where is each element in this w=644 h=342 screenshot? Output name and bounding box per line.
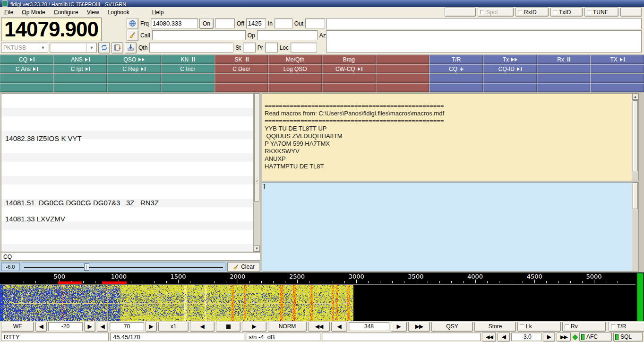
rst-in-field[interactable] bbox=[275, 18, 292, 28]
macro-button-c-decr[interactable]: C Decr bbox=[215, 64, 268, 73]
bandwidth-select[interactable]: ▼ bbox=[50, 43, 97, 53]
menu-op-mode[interactable]: Op Mode bbox=[17, 8, 49, 17]
macro-log-scrollbar-thumb[interactable] bbox=[633, 100, 638, 171]
wf-pause-button[interactable] bbox=[216, 322, 240, 332]
tx-scrollbar[interactable] bbox=[632, 183, 638, 271]
macro-button-r4c9[interactable] bbox=[429, 83, 483, 92]
clear-log-fields-button[interactable] bbox=[127, 30, 138, 41]
clear-rx-button[interactable]: Clear bbox=[227, 262, 260, 272]
freq-coarse-down-button[interactable]: ◀◀ bbox=[308, 322, 330, 332]
amp-span-down-button[interactable]: ◀ bbox=[35, 322, 47, 332]
macro-button-r3c12[interactable] bbox=[591, 74, 644, 83]
macro-button-c-rep[interactable]: C Rep bbox=[107, 64, 161, 73]
macro-button-r4c8[interactable] bbox=[376, 83, 429, 92]
reverse-toggle[interactable]: Rv bbox=[562, 322, 606, 332]
refresh-rig-button[interactable] bbox=[98, 42, 110, 53]
macro-button-r3c9[interactable] bbox=[429, 74, 483, 83]
sql-coarse-down-button[interactable]: ◀◀ bbox=[482, 332, 496, 342]
menu-logbook[interactable]: Logbook bbox=[103, 8, 134, 17]
macro-button-r4c5[interactable] bbox=[215, 83, 268, 92]
squelch-slider-thumb[interactable] bbox=[84, 263, 89, 271]
menu-help[interactable]: Help bbox=[148, 8, 168, 17]
macro-button-r4c2[interactable] bbox=[54, 83, 107, 92]
wf-shift-left-button[interactable]: ◀ bbox=[190, 322, 215, 332]
txid-toggle[interactable]: TxID bbox=[550, 8, 583, 17]
freq-coarse-up-button[interactable]: ▶▶ bbox=[408, 322, 430, 332]
op-field[interactable] bbox=[257, 30, 318, 40]
macro-button-r4c7[interactable] bbox=[322, 83, 376, 92]
notes-box-bottom[interactable] bbox=[326, 30, 642, 53]
tx-text-pane[interactable] bbox=[262, 182, 639, 272]
ref-level-value[interactable]: 70 bbox=[110, 322, 144, 331]
menu-file[interactable]: File bbox=[0, 8, 17, 17]
rst-out-field[interactable] bbox=[305, 18, 325, 28]
macro-button-tx[interactable]: TX bbox=[591, 55, 644, 64]
notes-box-top[interactable] bbox=[326, 18, 642, 29]
macro-button-r3c8[interactable] bbox=[376, 74, 429, 83]
chevron-down-icon[interactable]: ▼ bbox=[86, 43, 96, 52]
save-qso-button[interactable] bbox=[125, 42, 137, 53]
macro-button-r3c11[interactable] bbox=[537, 74, 591, 83]
freq-up-button[interactable]: ▶ bbox=[391, 322, 407, 332]
sql-level-value[interactable]: -3.0 bbox=[511, 333, 541, 341]
squelch-slider[interactable] bbox=[22, 263, 225, 271]
sql-coarse-up-button[interactable]: ▶▶ bbox=[557, 332, 571, 342]
amp-span-value[interactable]: -20 bbox=[48, 322, 83, 331]
rx-text-pane[interactable]: ▼ 14082.38 IZ5IOS K VYT14081.51 DG0CG DG… bbox=[1, 93, 260, 252]
macro-button-r4c6[interactable] bbox=[268, 83, 322, 92]
macro-button-r4c11[interactable] bbox=[537, 83, 591, 92]
sql-toggle[interactable]: SQL bbox=[613, 332, 643, 342]
macro-button-r3c4[interactable] bbox=[161, 74, 215, 83]
macro-button-c-incr[interactable]: C Incr bbox=[161, 64, 215, 73]
tx-scrollbar-thumb[interactable] bbox=[633, 183, 638, 209]
on-button[interactable]: On bbox=[199, 18, 214, 29]
rx-scroll-down-icon[interactable]: ▼ bbox=[254, 246, 260, 252]
waterfall-canvas[interactable] bbox=[0, 284, 635, 321]
macro-button-r2c12[interactable] bbox=[591, 64, 644, 73]
macro-button-r2c8[interactable] bbox=[376, 64, 429, 73]
tr-toggle[interactable]: T/R bbox=[609, 322, 644, 332]
macro-button-r3c3[interactable] bbox=[107, 74, 161, 83]
macro-button-r4c4[interactable] bbox=[161, 83, 215, 92]
rx-scrollbar[interactable]: ▼ bbox=[253, 94, 260, 252]
time-on-field[interactable] bbox=[215, 18, 235, 28]
mode-select[interactable]: PKTUSB ▼ bbox=[1, 43, 48, 53]
macro-button-rx[interactable]: Rx bbox=[537, 55, 591, 64]
macro-button-sk[interactable]: SK bbox=[215, 55, 268, 64]
macro-button-c-rpt[interactable]: C rpt bbox=[54, 64, 107, 73]
macro-button-r3c1[interactable] bbox=[0, 74, 53, 83]
menu-configure[interactable]: Configure bbox=[50, 8, 83, 17]
macro-button-qso[interactable]: QSO bbox=[107, 55, 161, 64]
macro-button-r3c2[interactable] bbox=[54, 74, 107, 83]
st-field[interactable] bbox=[243, 43, 256, 53]
afc-toggle[interactable]: AFC bbox=[579, 332, 612, 342]
macro-button-tx[interactable]: Tx bbox=[483, 55, 537, 64]
macro-button-me-qth[interactable]: Me/Qth bbox=[268, 55, 322, 64]
audio-freq-value[interactable]: 348 bbox=[349, 322, 389, 331]
wf-zoom-button[interactable]: x1 bbox=[158, 322, 189, 332]
wf-mode-button[interactable]: WF bbox=[1, 322, 34, 332]
macro-button-r3c6[interactable] bbox=[268, 74, 322, 83]
chevron-down-icon[interactable]: ▼ bbox=[38, 43, 48, 52]
macro-button-r4c1[interactable] bbox=[0, 83, 53, 92]
wf-norm-button[interactable]: NORM bbox=[268, 322, 307, 332]
squelch-value[interactable]: -6.0 bbox=[1, 263, 20, 271]
sql-down-button[interactable]: ◀ bbox=[498, 332, 510, 342]
macro-button-r1c8[interactable] bbox=[376, 55, 429, 64]
status-baud-shift[interactable]: 45.45/170 bbox=[110, 333, 244, 341]
logbook-dialog-button[interactable] bbox=[112, 42, 123, 53]
macro-button-r3c10[interactable] bbox=[483, 74, 537, 83]
rxid-toggle[interactable]: RxID bbox=[515, 8, 549, 17]
freq-down-button[interactable]: ◀ bbox=[331, 322, 347, 332]
macro-button-r4c3[interactable] bbox=[107, 83, 161, 92]
macro-button-cq[interactable]: CQ bbox=[0, 55, 53, 64]
macro-button-r3c5[interactable] bbox=[215, 74, 268, 83]
ref-level-down-button[interactable]: ◀ bbox=[97, 322, 108, 332]
macro-button-cq-id[interactable]: CQ-ID bbox=[483, 64, 537, 73]
menu-view[interactable]: View bbox=[83, 8, 103, 17]
qsy-button[interactable]: QSY bbox=[431, 322, 473, 332]
tune-button[interactable]: TUNE bbox=[584, 8, 618, 17]
ref-level-up-button[interactable]: ▶ bbox=[146, 322, 157, 332]
qrz-lookup-button[interactable] bbox=[127, 18, 138, 29]
frq-field[interactable] bbox=[151, 18, 198, 28]
